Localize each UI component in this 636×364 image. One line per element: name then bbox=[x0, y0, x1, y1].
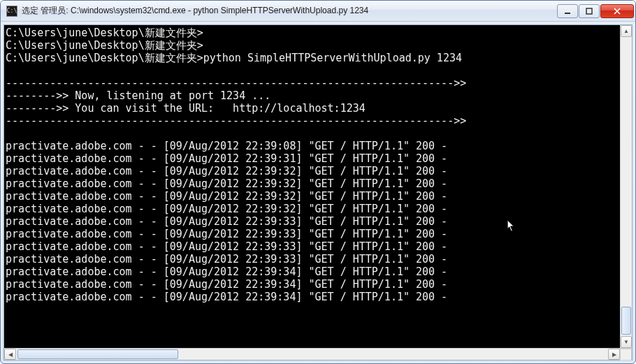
close-button[interactable] bbox=[600, 4, 634, 18]
window-controls bbox=[557, 4, 634, 18]
vertical-scrollbar[interactable]: ▲ ▼ bbox=[620, 25, 632, 348]
maximize-button[interactable] bbox=[579, 4, 600, 18]
titlebar[interactable]: C:\ 选定 管理员: C:\windows\system32\cmd.exe … bbox=[1, 1, 635, 22]
cmd-window: C:\ 选定 管理员: C:\windows\system32\cmd.exe … bbox=[0, 0, 636, 364]
resize-grip[interactable] bbox=[620, 349, 632, 361]
svg-rect-1 bbox=[586, 8, 592, 14]
horizontal-scrollbar[interactable]: ◀ ▶ bbox=[4, 348, 632, 360]
scroll-left-arrow[interactable]: ◀ bbox=[4, 349, 16, 360]
minimize-button[interactable] bbox=[557, 4, 578, 18]
window-title: 选定 管理员: C:\windows\system32\cmd.exe - py… bbox=[22, 5, 557, 17]
scroll-up-arrow[interactable]: ▲ bbox=[621, 25, 632, 37]
client-area: C:\Users\june\Desktop\新建文件夹> C:\Users\ju… bbox=[3, 24, 633, 361]
console-output[interactable]: C:\Users\june\Desktop\新建文件夹> C:\Users\ju… bbox=[4, 25, 620, 348]
hscroll-track[interactable] bbox=[16, 349, 608, 360]
scroll-right-arrow[interactable]: ▶ bbox=[608, 349, 620, 360]
vscroll-thumb[interactable] bbox=[621, 307, 631, 335]
cmd-icon: C:\ bbox=[6, 6, 17, 17]
vscroll-track[interactable] bbox=[621, 37, 632, 336]
hscroll-thumb[interactable] bbox=[17, 349, 178, 359]
scroll-down-arrow[interactable]: ▼ bbox=[621, 336, 632, 348]
